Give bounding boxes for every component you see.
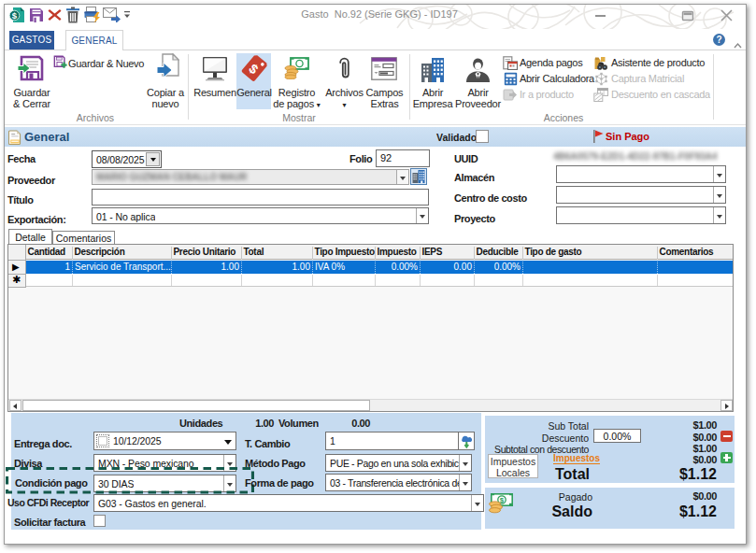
svg-text:$: $ [12, 10, 18, 21]
